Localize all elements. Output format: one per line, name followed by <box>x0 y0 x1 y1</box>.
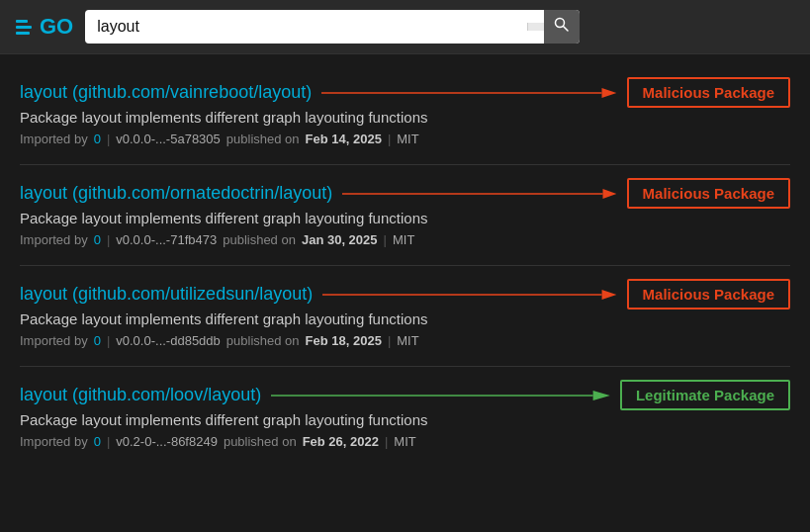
version-2: v0.0.0-...-71fb473 <box>116 232 217 247</box>
date-3: Feb 18, 2025 <box>306 333 382 348</box>
result-header-2: layout (github.com/ornatedoctrin/layout)… <box>20 183 790 204</box>
result-title-4[interactable]: layout (github.com/loov/layout) <box>20 385 261 405</box>
result-item-4: layout (github.com/loov/layout) Legitima… <box>20 367 790 467</box>
result-meta-1: Imported by 0 | v0.0.0-...-5a78305 publi… <box>20 132 790 146</box>
pkg-name-2: layout <box>20 183 67 203</box>
logo-bar-2 <box>16 26 32 29</box>
arrow-line-2 <box>342 184 616 204</box>
imported-by-label-3: Imported by <box>20 333 88 348</box>
version-4: v0.2-0-...-86f8249 <box>116 434 218 449</box>
license-2: MIT <box>393 232 414 247</box>
logo-bar-3 <box>16 32 30 35</box>
badge-wrapper-2: Malicious Package <box>627 185 790 203</box>
imported-by-label-4: Imported by <box>20 434 88 449</box>
package-badge-4: Legitimate Package <box>620 380 790 410</box>
badge-wrapper-1: Malicious Package <box>627 84 790 102</box>
license-4: MIT <box>394 434 415 449</box>
imported-count-2: 0 <box>94 232 101 247</box>
result-description-1: Package layout implements different grap… <box>20 109 790 126</box>
separator-2-4: | <box>385 434 388 449</box>
pkg-name-1: layout <box>20 82 67 102</box>
pkg-name-3: layout <box>20 284 67 304</box>
separator-1-1: | <box>107 132 110 146</box>
result-item-3: layout (github.com/utilizedsun/layout) M… <box>20 266 790 367</box>
result-description-3: Package layout implements different grap… <box>20 310 790 327</box>
imported-by-label-1: Imported by <box>20 132 88 146</box>
date-1: Feb 14, 2025 <box>306 132 382 146</box>
imported-count-3: 0 <box>94 333 101 348</box>
result-item-2: layout (github.com/ornatedoctrin/layout)… <box>20 165 790 266</box>
published-label-1: published on <box>226 132 300 146</box>
search-input[interactable] <box>85 12 527 42</box>
svg-marker-9 <box>593 391 610 400</box>
date-4: Feb 26, 2022 <box>303 434 379 449</box>
separator-1-3: | <box>107 333 110 348</box>
separator-2-1: | <box>388 132 391 146</box>
arrow-line-1 <box>321 83 616 103</box>
header: GO <box>0 0 810 54</box>
pkg-path-4: (github.com/loov/layout) <box>72 385 261 404</box>
pkg-path-3: (github.com/utilizedsun/layout) <box>72 284 313 304</box>
svg-line-1 <box>564 27 569 32</box>
published-label-4: published on <box>224 434 297 449</box>
result-description-4: Package layout implements different grap… <box>20 411 790 428</box>
result-meta-3: Imported by 0 | v0.0.0-...-dd85ddb publi… <box>20 333 790 348</box>
separator-1-2: | <box>107 232 110 247</box>
published-label-2: published on <box>223 232 296 247</box>
pkg-path-2: (github.com/ornatedoctrin/layout) <box>72 183 332 203</box>
results-container: layout (github.com/vainreboot/layout) Ma… <box>0 54 810 477</box>
package-badge-3: Malicious Package <box>627 279 790 310</box>
published-label-3: published on <box>226 333 300 348</box>
result-title-1[interactable]: layout (github.com/vainreboot/layout) <box>20 82 312 103</box>
pkg-path-1: (github.com/vainreboot/layout) <box>72 82 312 102</box>
result-meta-2: Imported by 0 | v0.0.0-...-71fb473 publi… <box>20 232 790 247</box>
svg-marker-7 <box>602 290 617 300</box>
license-3: MIT <box>397 333 418 348</box>
result-title-3[interactable]: layout (github.com/utilizedsun/layout) <box>20 284 313 305</box>
version-1: v0.0.0-...-5a78305 <box>116 132 221 146</box>
package-badge-1: Malicious Package <box>627 77 790 108</box>
package-badge-2: Malicious Package <box>627 178 790 209</box>
imported-by-label-2: Imported by <box>20 232 88 247</box>
result-meta-4: Imported by 0 | v0.2-0-...-86f8249 publi… <box>20 434 790 449</box>
arrow-line-4 <box>271 386 610 405</box>
date-2: Jan 30, 2025 <box>302 232 378 247</box>
separator-2-2: | <box>384 232 387 247</box>
separator-1-4: | <box>107 434 110 449</box>
search-slash-indicator <box>527 23 544 31</box>
imported-count-4: 0 <box>94 434 101 449</box>
arrow-line-3 <box>322 285 616 305</box>
badge-wrapper-3: Malicious Package <box>627 286 790 304</box>
version-3: v0.0.0-...-dd85ddb <box>116 333 221 348</box>
result-item-1: layout (github.com/vainreboot/layout) Ma… <box>20 64 790 165</box>
search-button[interactable] <box>544 10 580 44</box>
result-title-2[interactable]: layout (github.com/ornatedoctrin/layout) <box>20 183 332 204</box>
logo-bar-1 <box>16 20 28 23</box>
search-icon <box>554 17 570 33</box>
result-header-1: layout (github.com/vainreboot/layout) Ma… <box>20 82 790 103</box>
badge-wrapper-4: Legitimate Package <box>620 387 790 404</box>
logo-bars <box>16 20 32 35</box>
imported-count-1: 0 <box>94 132 101 146</box>
logo-text: GO <box>40 14 73 40</box>
go-logo[interactable]: GO <box>16 14 73 40</box>
svg-marker-3 <box>602 88 617 98</box>
license-1: MIT <box>397 132 418 146</box>
separator-2-3: | <box>388 333 391 348</box>
pkg-name-4: layout <box>20 385 67 404</box>
result-header-4: layout (github.com/loov/layout) Legitima… <box>20 385 790 405</box>
search-container <box>85 10 580 44</box>
result-header-3: layout (github.com/utilizedsun/layout) M… <box>20 284 790 305</box>
result-description-2: Package layout implements different grap… <box>20 210 790 226</box>
svg-marker-5 <box>603 189 617 199</box>
